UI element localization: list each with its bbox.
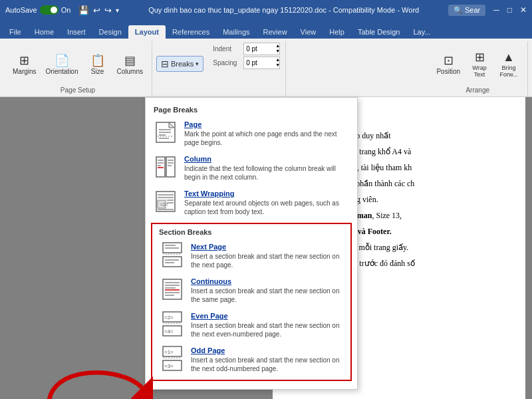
arrange-label: Arrange bbox=[466, 86, 489, 95]
spacing-up[interactable]: ▲ bbox=[274, 57, 281, 63]
text-wrapping-text: Text Wrapping Separate text around objec… bbox=[184, 190, 349, 216]
svg-text:=3=: =3= bbox=[164, 363, 174, 369]
indent-spacing-group: Indent ▲▼ Spacing ▲▼ bbox=[207, 41, 286, 96]
next-page-icon bbox=[160, 243, 184, 267]
even-page-text: Even Page Insert a section break and sta… bbox=[191, 312, 342, 338]
tab-lay[interactable]: Lay... bbox=[406, 25, 437, 39]
column-break-svg bbox=[156, 156, 176, 178]
ribbon-tabs: File Home Insert Design Layout Reference… bbox=[0, 20, 532, 39]
breaks-dropdown: Page Breaks Page Mark the point at which… bbox=[145, 97, 358, 390]
redo-icon[interactable]: ↪ bbox=[104, 5, 112, 15]
wrap-text-label: WrapText bbox=[472, 65, 486, 78]
position-label: Position bbox=[436, 68, 460, 75]
column-break-name[interactable]: Column bbox=[184, 155, 349, 163]
tab-insert[interactable]: Insert bbox=[61, 25, 92, 39]
margins-label: Margins bbox=[13, 68, 37, 75]
orientation-button[interactable]: 📄 Orientation bbox=[43, 53, 82, 77]
text-wrapping-icon: =2= bbox=[154, 190, 178, 213]
section-breaks-title: Section Breaks bbox=[152, 227, 350, 239]
undo-icon[interactable]: ↩ bbox=[93, 5, 100, 15]
wrap-text-button[interactable]: ⊞ WrapText bbox=[466, 49, 493, 80]
tab-references[interactable]: References bbox=[166, 25, 216, 39]
title-bar: AutoSave On 💾 ↩ ↪ ▾ Quy dinh bao cao thu… bbox=[0, 0, 532, 20]
spacing-input[interactable] bbox=[244, 59, 274, 67]
tab-view[interactable]: View bbox=[294, 25, 323, 39]
spacing-spinbox[interactable]: ▲▼ bbox=[243, 57, 280, 69]
maximize-btn[interactable]: □ bbox=[507, 5, 512, 15]
save-icon[interactable]: 💾 bbox=[78, 5, 89, 15]
even-page-name[interactable]: Even Page bbox=[191, 312, 342, 320]
margins-icon: ⊞ bbox=[19, 55, 29, 66]
section-breaks-box: Section Breaks Next Page Insert bbox=[151, 223, 352, 381]
tab-home[interactable]: Home bbox=[28, 25, 61, 39]
next-page-item[interactable]: Next Page Insert a section break and sta… bbox=[152, 239, 350, 273]
size-icon: 📋 bbox=[90, 55, 105, 66]
page-break-svg bbox=[156, 122, 176, 143]
tab-mailings[interactable]: Mailings bbox=[216, 25, 256, 39]
continuous-name[interactable]: Continuous bbox=[191, 277, 342, 285]
next-page-name[interactable]: Next Page bbox=[191, 243, 342, 251]
svg-text:=1=: =1= bbox=[164, 349, 174, 355]
tab-layout[interactable]: Layout bbox=[128, 25, 166, 39]
even-page-desc: Insert a section break and start the new… bbox=[191, 321, 342, 338]
arrange-items: ⊡ Position ⊞ WrapText ▲ BringForw... bbox=[433, 43, 522, 86]
tab-table-design[interactable]: Table Design bbox=[351, 25, 407, 39]
page-setup-label: Page Setup bbox=[61, 86, 95, 95]
autosave-label: AutoSave bbox=[5, 6, 37, 14]
breaks-icon: ⊟ bbox=[161, 59, 169, 69]
ribbon-content: ⊞ Margins 📄 Orientation 📋 Size ▤ Columns… bbox=[0, 39, 532, 97]
svg-rect-28 bbox=[163, 257, 182, 267]
minimize-btn[interactable]: ─ bbox=[493, 5, 499, 15]
position-button[interactable]: ⊡ Position bbox=[433, 53, 464, 77]
autosave-toggle[interactable] bbox=[40, 5, 59, 15]
indent-row: Indent ▲▼ bbox=[213, 43, 280, 55]
orientation-label: Orientation bbox=[46, 68, 78, 75]
column-break-text: Column Indicate that the text following … bbox=[184, 155, 349, 182]
indent-left-spinbox[interactable]: ▲▼ bbox=[243, 43, 280, 55]
continuous-svg bbox=[162, 279, 182, 300]
text-wrapping-item[interactable]: =2= Text Wrapping Separate text around o… bbox=[146, 186, 357, 220]
tab-design[interactable]: Design bbox=[92, 25, 128, 39]
odd-page-item[interactable]: =1= =3= Odd Page Insert a section break … bbox=[152, 342, 350, 377]
column-break-item[interactable]: Column Indicate that the text following … bbox=[146, 151, 357, 186]
search-box[interactable]: 🔍 Sear bbox=[448, 5, 485, 16]
window-title: Quy dinh bao cao thuc tap_update ngay 15… bbox=[123, 6, 444, 14]
even-page-item[interactable]: =2= =4= Even Page Insert a section break… bbox=[152, 308, 350, 342]
indent-left-input[interactable] bbox=[244, 45, 274, 53]
even-page-svg: =2= =4= bbox=[162, 311, 182, 336]
breaks-group: ⊟ Breaks ▾ bbox=[154, 41, 206, 96]
column-break-desc: Indicate that the text following the col… bbox=[184, 164, 349, 182]
autosave-state: On bbox=[61, 6, 71, 14]
indent-group-label bbox=[245, 86, 247, 95]
close-btn[interactable]: ✕ bbox=[520, 5, 527, 15]
tab-help[interactable]: Help bbox=[323, 25, 351, 39]
bring-forward-label: BringForw... bbox=[499, 65, 517, 78]
indent-left-down[interactable]: ▼ bbox=[274, 49, 281, 54]
odd-page-name[interactable]: Odd Page bbox=[191, 346, 342, 354]
continuous-icon bbox=[160, 277, 184, 301]
svg-text:=2=: =2= bbox=[164, 315, 174, 321]
indent-spacing-items: Indent ▲▼ Spacing ▲▼ bbox=[213, 43, 280, 84]
page-break-item[interactable]: Page Mark the point at which one page en… bbox=[146, 116, 357, 151]
tab-review[interactable]: Review bbox=[257, 25, 294, 39]
columns-button[interactable]: ▤ Columns bbox=[114, 53, 146, 77]
indent-left-up[interactable]: ▲ bbox=[274, 43, 281, 49]
page-break-icon bbox=[154, 120, 178, 144]
spacing-down[interactable]: ▼ bbox=[274, 63, 281, 68]
text-wrapping-name[interactable]: Text Wrapping bbox=[184, 190, 349, 198]
odd-page-desc: Insert a section break and start the new… bbox=[191, 356, 342, 373]
orientation-icon: 📄 bbox=[55, 55, 69, 66]
even-page-icon: =2= =4= bbox=[160, 312, 184, 336]
dropdown-icon[interactable]: ▾ bbox=[116, 7, 119, 14]
size-button[interactable]: 📋 Size bbox=[84, 53, 111, 77]
bring-forward-button[interactable]: ▲ BringForw... bbox=[495, 49, 522, 80]
tab-file[interactable]: File bbox=[3, 25, 28, 39]
toggle-knob bbox=[51, 7, 57, 13]
page-break-name[interactable]: Page bbox=[184, 120, 349, 128]
continuous-item[interactable]: Continuous Insert a section break and st… bbox=[152, 273, 350, 308]
page-break-text: Page Mark the point at which one page en… bbox=[184, 120, 349, 147]
margins-button[interactable]: ⊞ Margins bbox=[9, 53, 40, 77]
odd-page-svg: =1= =3= bbox=[162, 346, 182, 371]
text-wrapping-desc: Separate text around objects on web page… bbox=[184, 199, 349, 216]
breaks-button[interactable]: ⊟ Breaks ▾ bbox=[156, 56, 203, 72]
